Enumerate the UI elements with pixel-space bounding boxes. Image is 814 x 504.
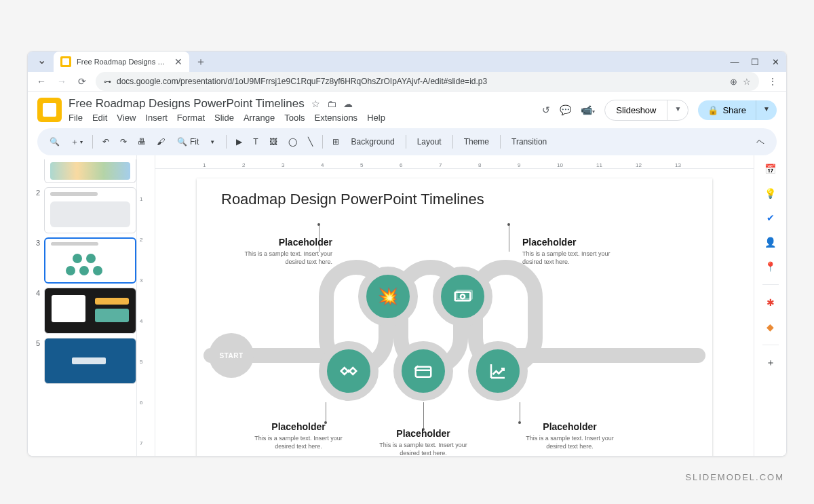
roadmap-node-2[interactable]: [433, 267, 492, 326]
background-button[interactable]: Background: [346, 134, 400, 149]
comment-tool[interactable]: ⊞: [328, 134, 343, 149]
placeholder-sub: This is a sample text. Insert your desir…: [522, 250, 631, 266]
roadmap-node-4[interactable]: [393, 341, 453, 401]
contacts-icon[interactable]: 👤: [764, 235, 777, 249]
slide-thumbnail-5[interactable]: [44, 338, 136, 384]
menu-tools[interactable]: Tools: [284, 113, 305, 123]
move-icon[interactable]: 🗀: [327, 98, 336, 109]
svg-point-1: [461, 294, 465, 298]
placeholder-block[interactable]: Placeholder This is a sample text. Inser…: [224, 237, 332, 266]
cloud-status-icon[interactable]: ☁: [343, 98, 353, 109]
meet-icon[interactable]: 📹▾: [581, 104, 595, 115]
chrome-menu-icon[interactable]: ⋮: [766, 76, 779, 87]
menu-edit[interactable]: Edit: [92, 113, 107, 123]
image-tool[interactable]: 🖼: [265, 134, 282, 149]
new-slide-button[interactable]: ＋▾: [66, 134, 87, 151]
placeholder-title: Placeholder: [369, 428, 478, 439]
layout-button[interactable]: Layout: [412, 134, 447, 149]
share-dropdown[interactable]: ▼: [756, 100, 777, 120]
roadmap-node-5[interactable]: [468, 341, 528, 401]
slideshow-button[interactable]: Slideshow: [605, 100, 667, 120]
placeholder-title: Placeholder: [516, 421, 624, 432]
explosion-icon: 💥: [378, 287, 398, 306]
menu-arrange[interactable]: Arrange: [244, 113, 275, 123]
slide-thumbnail-2[interactable]: [44, 187, 136, 233]
placeholder-block[interactable]: Placeholder This is a sample text. Inser…: [522, 237, 631, 266]
close-window-icon[interactable]: ✕: [770, 57, 781, 67]
thumb-number: 5: [33, 338, 40, 347]
slide-canvas[interactable]: Roadmap Design PowerPoint Timelines STAR…: [197, 178, 712, 457]
thumb-number: 3: [33, 237, 40, 247]
placeholder-block[interactable]: Placeholder This is a sample text. Inser…: [369, 428, 478, 457]
share-button[interactable]: 🔒 Share: [698, 100, 756, 120]
back-button[interactable]: ←: [35, 76, 48, 87]
slide-thumbnail-4[interactable]: [44, 288, 136, 334]
menu-insert[interactable]: Insert: [145, 113, 168, 123]
menu-file[interactable]: File: [69, 113, 83, 123]
svg-rect-3: [416, 367, 431, 377]
thumb-number: 4: [33, 288, 40, 297]
placeholder-sub: This is a sample text. Insert your desir…: [516, 434, 624, 450]
credit-card-icon: [413, 361, 433, 381]
menu-help[interactable]: Help: [367, 113, 385, 123]
placeholder-block[interactable]: Placeholder This is a sample text. Inser…: [516, 421, 624, 450]
maximize-icon[interactable]: ☐: [750, 57, 760, 67]
tab-close-icon[interactable]: ✕: [174, 56, 182, 67]
comments-icon[interactable]: 💬: [560, 104, 571, 115]
start-badge: START: [209, 333, 254, 378]
minimize-icon[interactable]: —: [729, 57, 740, 67]
textbox-tool[interactable]: T: [249, 134, 262, 149]
site-info-icon[interactable]: ⊶: [104, 77, 111, 86]
slides-logo-icon[interactable]: [37, 98, 62, 122]
menu-bar: File Edit View Insert Format Slide Arran…: [69, 113, 535, 123]
browser-tab-strip: ⌄ Free Roadmap Designs PowerP ✕ ＋ — ☐ ✕: [28, 52, 786, 72]
url-input[interactable]: ⊶ docs.google.com/presentation/d/1oU9MFr…: [96, 72, 759, 91]
slide-thumbnail-1[interactable]: [44, 159, 136, 183]
redo-button[interactable]: ↷: [116, 134, 131, 149]
slide-thumbnail-3[interactable]: [44, 237, 136, 284]
placeholder-sub: This is a sample text. Insert your desir…: [369, 441, 478, 457]
select-tool[interactable]: ▶: [232, 134, 246, 149]
roadmap-node-3[interactable]: [319, 341, 379, 401]
menu-slide[interactable]: Slide: [214, 113, 234, 123]
placeholder-title: Placeholder: [244, 421, 353, 432]
roadmap-node-1[interactable]: 💥: [358, 267, 418, 326]
shape-tool[interactable]: ◯: [284, 134, 301, 149]
reload-button[interactable]: ⟳: [75, 76, 89, 87]
forward-button[interactable]: →: [55, 76, 69, 87]
calendar-icon[interactable]: 📅: [764, 162, 777, 176]
print-button[interactable]: 🖶: [134, 134, 150, 149]
theme-button[interactable]: Theme: [459, 134, 495, 149]
star-icon[interactable]: ☆: [311, 98, 320, 109]
new-tab-button[interactable]: ＋: [192, 53, 210, 71]
placeholder-block[interactable]: Placeholder This is a sample text. Inser…: [244, 421, 353, 450]
menu-format[interactable]: Format: [177, 113, 205, 123]
url-text: docs.google.com/presentation/d/1oU9MFrrs…: [117, 77, 724, 86]
tab-search-dropdown[interactable]: ⌄: [35, 53, 48, 66]
collapse-toolbar-button[interactable]: ヘ: [752, 134, 769, 151]
addon-icon[interactable]: ◆: [764, 320, 777, 334]
transition-button[interactable]: Transition: [506, 134, 552, 149]
get-addons-button[interactable]: ＋: [764, 356, 777, 370]
money-icon: [452, 286, 473, 307]
slide-title[interactable]: Roadmap Design PowerPoint Timelines: [221, 191, 484, 208]
slideshow-dropdown[interactable]: ▼: [667, 100, 688, 120]
menu-view[interactable]: View: [117, 113, 136, 123]
history-icon[interactable]: ↺: [542, 104, 550, 115]
paint-format-button[interactable]: 🖌: [153, 134, 169, 149]
handshake-icon: [338, 361, 359, 381]
line-tool[interactable]: ╲: [304, 134, 317, 149]
keep-icon[interactable]: 💡: [764, 187, 777, 200]
tasks-icon[interactable]: ✔: [764, 211, 777, 225]
maps-icon[interactable]: 📍: [764, 260, 777, 273]
addon-icon[interactable]: ✱: [764, 296, 777, 309]
doc-title[interactable]: Free Roadmap Designs PowerPoint Timeline…: [69, 97, 305, 111]
horizontal-ruler: 1 2 3 4 5 6 7 8 9 10 11 12 13: [155, 155, 754, 169]
undo-button[interactable]: ↶: [98, 134, 113, 149]
zoom-indicator-icon[interactable]: ⊕: [730, 77, 737, 87]
zoom-dropdown[interactable]: 🔍 Fit ▼: [172, 134, 220, 149]
browser-tab[interactable]: Free Roadmap Designs PowerP ✕: [54, 52, 189, 72]
menu-extensions[interactable]: Extensions: [315, 113, 358, 123]
bookmark-icon[interactable]: ☆: [743, 77, 751, 87]
search-menus-button[interactable]: 🔍: [45, 134, 64, 149]
